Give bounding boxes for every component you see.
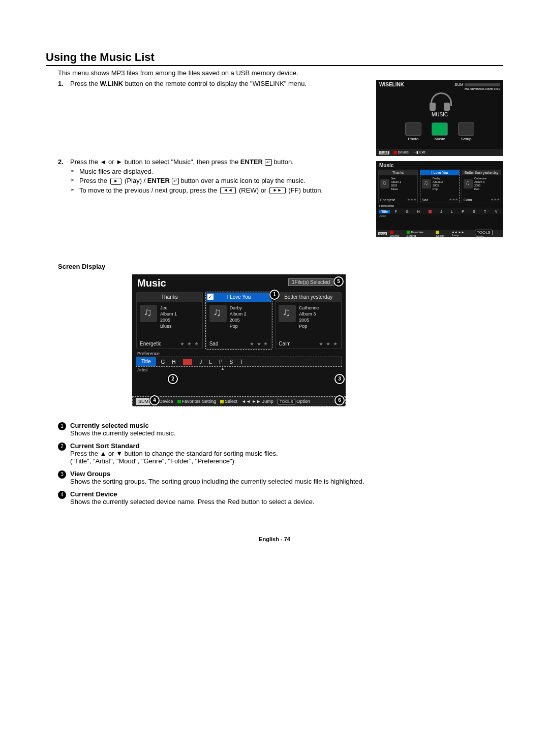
sum-badge: SUM — [136, 398, 150, 405]
memory-bar — [465, 83, 500, 86]
rating-stars: ★ ★ ★ — [319, 341, 338, 346]
enter-icon: ↵ — [172, 178, 179, 184]
legend-num-3: 3 — [58, 470, 66, 479]
music-col-2[interactable]: I Love You Darby Album 2 2005 Pop Sad ★ … — [420, 170, 460, 203]
callout-4: 4 — [149, 395, 160, 405]
artist-label: Artist — [132, 366, 346, 373]
sum-label: SUM — [454, 82, 464, 87]
photo-icon — [405, 122, 421, 136]
callout-1: 1 — [269, 290, 280, 300]
note-icon — [279, 305, 296, 322]
music-col-3[interactable]: Better than yesterday Catherine Album 3 … — [462, 170, 501, 203]
preference-label: Preference — [376, 203, 503, 208]
music-big-label: MUSIC — [376, 112, 503, 117]
step2-bullet1: Music files are displayed. — [70, 168, 370, 175]
musiclist-small-screenshot: Music Thanks Jee Album 1 2005 Blues Ener… — [376, 161, 503, 237]
artist-label: Artist — [376, 214, 503, 218]
memory-text: 851.98MB/995.00MB Free — [376, 87, 503, 90]
note-icon — [209, 305, 227, 322]
music-icon — [432, 122, 448, 136]
rating-stars: ★ ★ ★ — [407, 198, 416, 202]
legend-num-2: 2 — [58, 443, 66, 451]
rating-stars: ★ ★ ★ — [491, 198, 499, 202]
step1-number: 1. — [58, 80, 70, 87]
sort-row[interactable]: Title G H J L P S T — [136, 357, 342, 366]
photo-menu-item[interactable]: Photo — [404, 122, 422, 141]
callout-3: 3 — [334, 374, 345, 384]
screen-display-heading: Screen Display — [58, 263, 503, 270]
check-icon: ✓ — [207, 294, 214, 300]
musiclist-title: Music — [376, 161, 503, 170]
legend: 1 Currently selected music Shows the cur… — [58, 422, 503, 506]
rating-stars: ★ ★ ★ — [250, 341, 269, 346]
callout-6: 6 — [334, 395, 345, 405]
preference-label: Preference — [132, 349, 346, 356]
step2-number: 2. — [58, 158, 70, 166]
music-col-3[interactable]: Better than yesterday Catherine Album 3 … — [275, 292, 342, 349]
rating-stars: ★ ★ ★ — [449, 198, 458, 202]
note-icon — [380, 179, 389, 188]
music-menu-item[interactable]: Music — [431, 122, 449, 141]
step1-text: Press the W.LINK button on the remote co… — [70, 80, 376, 87]
step2-bullet2: Press the ► (Play) / ENTER ↵ button over… — [70, 177, 370, 185]
callout-2: 2 — [168, 374, 178, 384]
headphones-icon — [429, 92, 451, 111]
setup-menu-item[interactable]: Setup — [457, 122, 475, 141]
sum-badge: SUM — [379, 151, 389, 154]
note-icon — [140, 305, 157, 322]
play-icon: ► — [110, 178, 122, 185]
rating-stars: ★ ★ ★ — [180, 341, 199, 346]
page-footer: English - 74 — [46, 536, 503, 542]
setup-icon — [458, 122, 474, 136]
screen-display-screenshot: Music 1File(s) Selected Thanks Jee Album… — [132, 274, 346, 406]
sort-current[interactable]: Title — [379, 210, 390, 213]
exit-label: Exit — [419, 150, 425, 154]
music-col-1[interactable]: Thanks Jee Album 1 2005 Blues Energetic … — [378, 170, 418, 203]
wiselink-screenshot: WISELINK SUM 851.98MB/995.00MB Free MUSI… — [376, 80, 503, 156]
letter-index[interactable]: FGH JLPSTV — [392, 210, 500, 213]
callout-5: 5 — [333, 276, 344, 287]
step2-bullet3: To move to the previous / next group, pr… — [70, 186, 370, 195]
selected-count-badge: 1File(s) Selected — [288, 278, 333, 286]
help-bar: SUM Device Favorites Setting Select ◄◄ ►… — [132, 396, 346, 406]
wiselink-title: WISELINK — [379, 82, 404, 87]
page-title: Using the Music List — [46, 51, 503, 66]
enter-icon: ↵ — [265, 159, 272, 166]
device-label: Device — [398, 150, 409, 154]
intro-text: This menu shows MP3 files from among the… — [58, 69, 503, 77]
sum-badge: SUM — [378, 232, 387, 235]
music-col-2[interactable]: ✓ I Love You Darby Album 2 2005 Pop Sad … — [206, 292, 272, 349]
rewind-icon: ◄◄ — [220, 187, 236, 194]
fastforward-icon: ►► — [269, 187, 286, 194]
step2-text: Press the ◄ or ► button to select "Music… — [70, 158, 376, 196]
exit-icon: →▮ — [413, 150, 418, 154]
note-icon — [422, 179, 431, 188]
sort-current[interactable]: Title — [136, 357, 156, 366]
music-col-1[interactable]: Thanks Jee Album 1 2005 Blues Energetic … — [136, 292, 203, 349]
legend-num-1: 1 — [58, 422, 66, 430]
letter-index[interactable]: G H J L P S T — [158, 359, 342, 365]
note-icon — [464, 179, 473, 188]
legend-num-4: 4 — [58, 491, 66, 499]
